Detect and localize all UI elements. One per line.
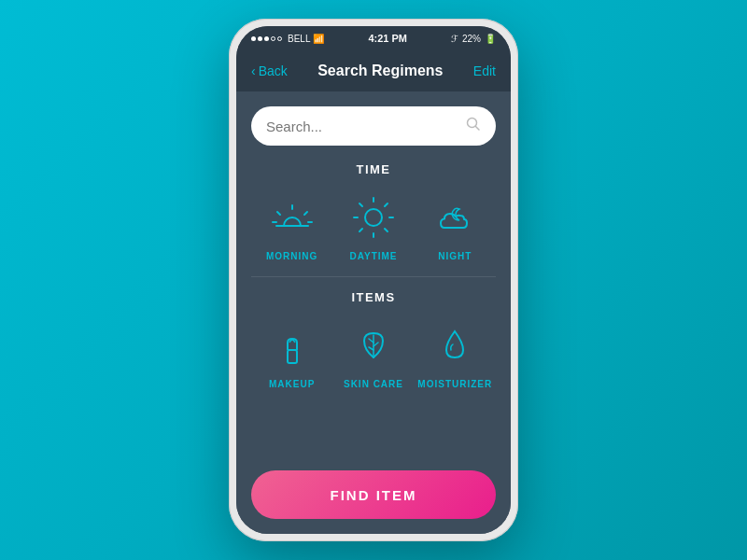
status-battery: ℱ 22% 🔋 [451, 34, 496, 44]
search-input[interactable] [266, 119, 458, 134]
skincare-label: SKIN CARE [344, 379, 403, 389]
svg-line-15 [385, 203, 388, 206]
svg-line-1 [476, 127, 480, 131]
search-icon [466, 117, 481, 135]
back-button[interactable]: ‹ Back [251, 63, 288, 78]
morning-icon [264, 189, 320, 245]
moisturizer-label: MOISTURIZER [417, 379, 492, 389]
morning-label: MORNING [266, 251, 317, 261]
page-title: Search Regimens [317, 63, 443, 79]
chevron-left-icon: ‹ [251, 63, 256, 78]
svg-line-14 [385, 229, 388, 231]
morning-item[interactable]: MORNING [255, 189, 330, 261]
svg-line-5 [304, 212, 307, 215]
daytime-label: DAYTIME [349, 251, 397, 261]
daytime-item[interactable]: DAYTIME [336, 189, 411, 261]
edit-button[interactable]: Edit [473, 63, 496, 78]
night-icon [427, 189, 483, 245]
svg-point-8 [365, 209, 382, 226]
skincare-item[interactable]: SKIN CARE [336, 317, 411, 389]
night-item[interactable]: NIGHT [417, 189, 492, 261]
makeup-label: MAKEUP [269, 379, 315, 389]
time-icon-row: MORNING [251, 189, 496, 261]
moisturizer-item[interactable]: MOISTURIZER [417, 317, 492, 389]
main-content: TIME [236, 91, 511, 534]
makeup-icon [264, 317, 320, 373]
time-section-label: TIME [251, 162, 496, 176]
svg-line-13 [359, 203, 362, 206]
status-bar: BELL 📶 4:21 PM ℱ 22% 🔋 [236, 26, 511, 50]
svg-line-16 [359, 229, 362, 231]
items-icon-row: MAKEUP SK [251, 317, 496, 389]
daytime-icon [345, 189, 402, 245]
phone-screen: BELL 📶 4:21 PM ℱ 22% 🔋 ‹ Back Search Reg… [236, 26, 511, 534]
makeup-item[interactable]: MAKEUP [255, 317, 330, 389]
find-item-button[interactable]: FIND ITEM [251, 470, 496, 519]
svg-rect-17 [288, 350, 297, 363]
items-section-label: ITEMS [251, 290, 496, 304]
phone-frame: BELL 📶 4:21 PM ℱ 22% 🔋 ‹ Back Search Reg… [229, 19, 518, 541]
skincare-icon [345, 317, 402, 373]
svg-line-4 [277, 212, 280, 215]
nav-bar: ‹ Back Search Regimens Edit [236, 50, 511, 91]
night-label: NIGHT [438, 251, 472, 261]
status-carrier: BELL 📶 [251, 34, 324, 44]
status-time: 4:21 PM [368, 33, 407, 44]
search-container [251, 106, 496, 146]
moisturizer-icon [427, 317, 483, 373]
search-box[interactable] [251, 106, 496, 146]
section-divider [251, 276, 496, 277]
